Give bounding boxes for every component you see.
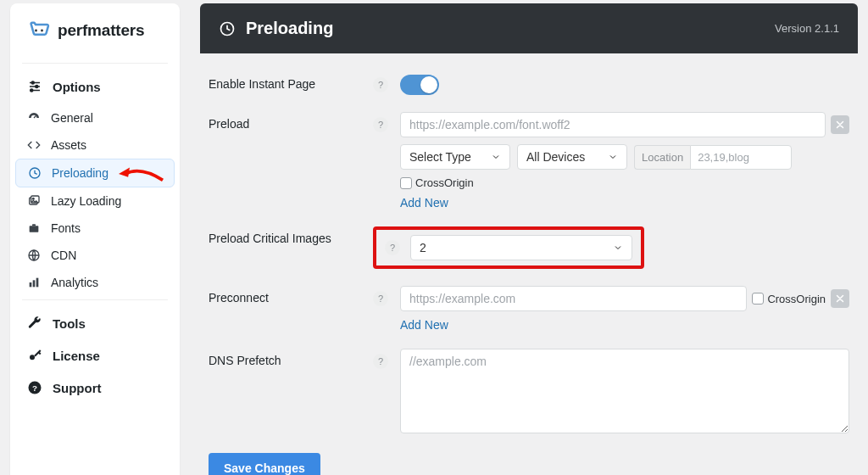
help-icon[interactable]: ? <box>373 354 388 369</box>
sidebar-item-general[interactable]: General <box>15 104 175 131</box>
page-title: Preloading <box>246 19 333 38</box>
svg-point-7 <box>31 89 33 92</box>
preload-url-input[interactable] <box>400 112 826 137</box>
sidebar-item-fonts[interactable]: Fonts <box>15 215 175 242</box>
preload-add-new-link[interactable]: Add New <box>400 196 448 210</box>
svg-rect-18 <box>33 280 36 287</box>
svg-point-1 <box>41 30 43 32</box>
clock-icon <box>219 20 236 37</box>
sliders-icon <box>27 79 42 94</box>
svg-point-5 <box>31 81 34 84</box>
code-icon <box>27 138 41 152</box>
preload-critical-images-select[interactable]: 2 <box>410 235 632 260</box>
label-preload-critical-images: Preload Critical Images <box>209 226 361 245</box>
sidebar-item-cdn[interactable]: CDN <box>15 242 175 269</box>
preload-type-select[interactable]: Select Type <box>400 144 510 170</box>
svg-rect-15 <box>32 224 36 226</box>
row-preload-critical-images: Preload Critical Images ? 2 <box>209 226 849 269</box>
key-icon <box>27 348 42 363</box>
settings-form: Enable Instant Page ? Preload ? <box>200 53 858 475</box>
preload-crossorigin-checkbox[interactable]: CrossOrigin <box>400 176 474 189</box>
images-icon <box>27 194 41 208</box>
sidebar-item-analytics[interactable]: Analytics <box>15 269 175 296</box>
svg-point-0 <box>35 30 37 32</box>
sidebar-heading-tools[interactable]: Tools <box>15 309 175 341</box>
wrench-icon <box>27 316 42 331</box>
sidebar-item-preloading[interactable]: Preloading <box>15 159 175 187</box>
preconnect-add-new-link[interactable]: Add New <box>400 318 448 332</box>
svg-text:?: ? <box>32 383 37 393</box>
sidebar-heading-license[interactable]: License <box>15 341 175 373</box>
row-dns-prefetch: DNS Prefetch ? <box>209 349 849 436</box>
label-preload: Preload <box>209 112 361 131</box>
sidebar-heading-options: Options <box>15 72 175 104</box>
save-button[interactable]: Save Changes <box>209 453 320 475</box>
brand-logo: perfmatters <box>15 19 175 59</box>
sidebar-item-assets[interactable]: Assets <box>15 131 175 159</box>
sidebar-heading-support[interactable]: ? Support <box>15 373 175 405</box>
row-enable-instant-page: Enable Instant Page ? <box>209 72 849 95</box>
question-icon: ? <box>27 380 42 395</box>
svg-line-8 <box>34 115 36 118</box>
svg-rect-17 <box>30 282 32 287</box>
help-icon[interactable]: ? <box>385 240 400 255</box>
svg-point-20 <box>30 355 35 360</box>
svg-marker-10 <box>119 168 130 177</box>
delete-row-button[interactable] <box>831 115 849 134</box>
svg-rect-14 <box>30 226 39 232</box>
bar-chart-icon <box>27 276 41 289</box>
perfmatters-logo-icon <box>27 19 51 42</box>
briefcase-icon <box>27 221 41 235</box>
preload-device-select[interactable]: All Devices <box>517 144 627 170</box>
close-icon <box>835 293 845 304</box>
preload-location-input[interactable] <box>690 145 792 170</box>
help-icon[interactable]: ? <box>373 291 388 306</box>
main-panel: Preloading Version 2.1.1 Enable Instant … <box>200 3 858 475</box>
globe-icon <box>27 249 41 262</box>
close-icon <box>835 120 845 130</box>
brand-name: perfmatters <box>58 21 144 40</box>
preconnect-crossorigin-checkbox[interactable]: CrossOrigin <box>752 293 826 305</box>
help-icon[interactable]: ? <box>373 117 388 132</box>
highlight-box: ? 2 <box>373 226 644 269</box>
label-preconnect: Preconnect <box>209 286 361 305</box>
clock-icon <box>28 166 42 180</box>
location-prefix: Location <box>634 145 690 170</box>
row-preload: Preload ? Select Type All Dev <box>209 112 849 210</box>
label-dns-prefetch: DNS Prefetch <box>209 349 361 367</box>
toggle-enable-instant-page[interactable] <box>400 75 439 95</box>
svg-point-6 <box>36 86 38 88</box>
svg-rect-19 <box>36 278 39 288</box>
page-header: Preloading Version 2.1.1 <box>200 3 858 53</box>
version-label: Version 2.1.1 <box>775 22 839 35</box>
sidebar-item-lazy-loading[interactable]: Lazy Loading <box>15 187 175 215</box>
label-enable-instant-page: Enable Instant Page <box>209 72 361 91</box>
preconnect-url-input[interactable] <box>400 286 747 311</box>
sidebar-options-list: General Assets Preloading Lazy Loading F… <box>15 104 175 296</box>
svg-point-13 <box>32 198 34 199</box>
help-icon[interactable]: ? <box>373 77 388 92</box>
sidebar: perfmatters Options General Assets Prelo… <box>10 3 180 475</box>
delete-row-button[interactable] <box>831 289 849 308</box>
dns-prefetch-textarea[interactable] <box>400 349 849 433</box>
row-preconnect: Preconnect ? CrossOrigin Add New <box>209 286 849 332</box>
gauge-icon <box>27 111 41 125</box>
